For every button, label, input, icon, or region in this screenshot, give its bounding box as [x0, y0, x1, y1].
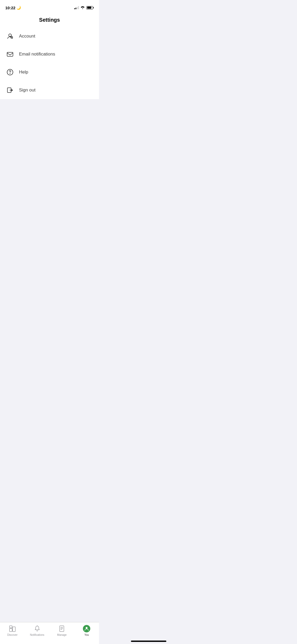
- status-icons: [74, 6, 94, 10]
- moon-icon: 🌙: [16, 6, 21, 10]
- settings-list: Account Email notifications Help: [0, 27, 99, 99]
- email-notifications-label: Email notifications: [19, 52, 55, 57]
- svg-point-4: [10, 73, 10, 74]
- svg-point-0: [9, 34, 11, 36]
- wifi-icon: [81, 6, 85, 10]
- page-title: Settings: [0, 17, 99, 23]
- status-time: 10:22 🌙: [5, 6, 21, 10]
- email-icon: [5, 49, 15, 59]
- settings-item-account[interactable]: Account: [0, 27, 99, 45]
- time-display: 10:22: [5, 6, 15, 10]
- help-icon: [5, 67, 15, 77]
- help-label: Help: [19, 70, 28, 75]
- settings-item-email-notifications[interactable]: Email notifications: [0, 45, 99, 63]
- settings-item-sign-out[interactable]: Sign out: [0, 81, 99, 99]
- account-label: Account: [19, 34, 35, 39]
- svg-rect-2: [7, 52, 13, 56]
- sign-out-label: Sign out: [19, 88, 35, 93]
- sign-out-icon: [5, 85, 15, 95]
- battery-icon: [86, 6, 94, 10]
- status-bar: 10:22 🌙: [0, 0, 99, 12]
- settings-item-help[interactable]: Help: [0, 63, 99, 81]
- account-settings-icon: [5, 31, 15, 41]
- gray-area: [0, 99, 99, 205]
- page-title-container: Settings: [0, 12, 99, 27]
- signal-icon: [74, 6, 79, 9]
